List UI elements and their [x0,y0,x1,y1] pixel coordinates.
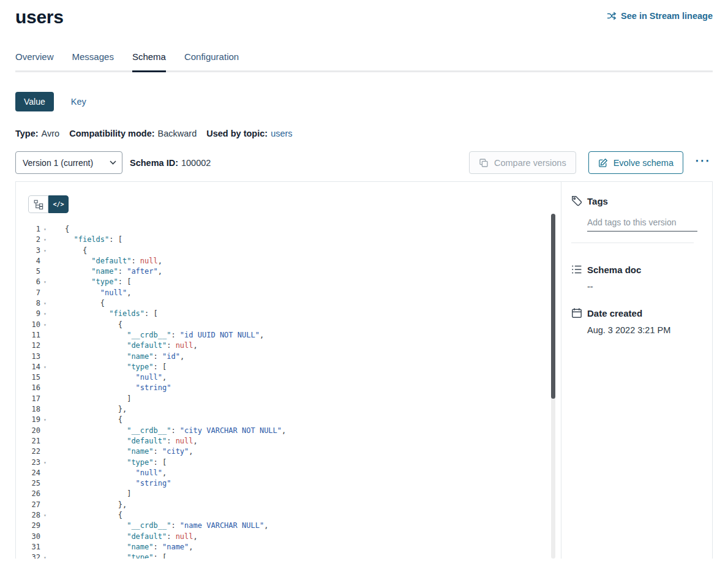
fold-spacer [40,352,50,362]
line-number: 4 [16,256,40,266]
code-text: "type": [ [50,362,167,372]
line-number: 12 [16,341,40,351]
code-text: { [50,224,69,235]
tags-input[interactable] [587,216,697,232]
fold-toggle-icon[interactable]: ▾ [40,415,50,425]
code-text: "default": null, [50,341,198,351]
code-line: 21 "default": null, [16,436,561,446]
topic-link[interactable]: users [271,129,292,138]
code-view-icon: </> [53,201,64,208]
type-label: Type: [15,129,39,138]
fold-toggle-icon[interactable]: ▾ [40,552,50,559]
line-number: 19 [16,415,40,425]
scrollbar-thumb[interactable] [551,214,555,399]
code-text: { [50,510,122,521]
key-toggle-link[interactable]: Key [71,97,86,107]
schema-id: Schema ID:100002 [130,158,211,168]
code-text: "default": null, [50,256,162,266]
code-text: "string" [50,383,171,393]
line-number: 13 [16,352,40,362]
fold-spacer [40,372,50,383]
code-text: "default": null, [50,532,198,542]
page-title: users [15,6,64,28]
fold-spacer [40,383,50,393]
compare-versions-button[interactable]: Compare versions [469,151,576,174]
stream-lineage-icon [607,11,617,21]
topic-label: Used by topic: [206,129,268,138]
tags-header: Tags [571,195,697,206]
tab-messages[interactable]: Messages [72,51,114,70]
code-text: }, [50,404,127,415]
code-text: }, [50,500,127,510]
code-line: 1▾{ [16,224,561,235]
line-number: 14 [16,362,40,372]
fold-toggle-icon[interactable]: ▾ [40,277,50,287]
fold-toggle-icon[interactable]: ▾ [40,298,50,309]
evolve-schema-button[interactable]: Evolve schema [588,151,683,174]
fold-toggle-icon[interactable]: ▾ [40,510,50,521]
tab-schema[interactable]: Schema [132,51,166,72]
code-line: 13 "name": "id", [16,352,561,362]
stream-lineage-link[interactable]: See in Stream lineage [607,11,713,21]
line-number: 15 [16,372,40,383]
code-line: 15 "null", [16,372,561,383]
fold-spacer [40,521,50,531]
code-text: { [50,298,105,309]
code-line: 31 "name": "name", [16,542,561,552]
value-toggle-button[interactable]: Value [15,92,54,111]
line-number: 1 [16,224,40,235]
code-view-button[interactable]: </> [48,195,69,213]
tags-section: Tags [571,195,697,243]
code-line: 23▾ "type": [ [16,457,561,468]
date-created-value: Aug. 3 2022 3:21 PM [587,325,697,335]
code-text: ] [50,489,131,499]
tab-configuration[interactable]: Configuration [184,51,239,70]
tab-overview[interactable]: Overview [15,51,54,70]
code-text: "type": [ [50,277,131,287]
compatibility-value: Backward [158,129,197,138]
date-created-header: Date created [571,307,697,318]
line-number: 2 [16,235,40,245]
code-line: 17 ] [16,394,561,404]
line-number: 30 [16,532,40,542]
code-text: { [50,415,122,425]
code-text: "fields": [ [50,309,158,319]
fold-spacer [40,394,50,404]
line-number: 24 [16,468,40,478]
fold-toggle-icon[interactable]: ▾ [40,362,50,372]
schema-sidebar: Tags Schema doc [561,182,712,559]
fold-toggle-icon[interactable]: ▾ [40,246,50,256]
schema-toolbar: Version 1 (current) Schema ID:100002 Com… [15,151,713,174]
line-number: 3 [16,246,40,256]
code-text: "__crdb__": "city VARCHAR NOT NULL", [50,426,286,436]
fold-spacer [40,288,50,298]
code-text: "name": "id", [50,352,184,362]
line-number: 18 [16,404,40,415]
code-text: "fields": [ [50,235,122,245]
calendar-icon [571,307,582,318]
code-line: 32▾ "type": [ [16,552,561,559]
line-number: 5 [16,266,40,277]
tree-view-button[interactable] [28,195,48,213]
fold-toggle-icon[interactable]: ▾ [40,235,50,245]
schema-page: users See in Stream lineage Overview Mes… [0,0,728,561]
date-created-title: Date created [587,308,642,318]
code-line: 5 "name": "after", [16,266,561,277]
fold-toggle-icon[interactable]: ▾ [40,320,50,330]
tree-view-icon [34,200,43,209]
code-line: 2▾ "fields": [ [16,235,561,245]
code-line: 24 "null", [16,468,561,478]
code-line: 26 ] [16,489,561,499]
line-number: 11 [16,330,40,341]
code-line: 7 "null", [16,288,561,298]
code-text: "type": [ [50,457,167,468]
fold-toggle-icon[interactable]: ▾ [40,309,50,319]
line-number: 27 [16,500,40,510]
fold-toggle-icon[interactable]: ▾ [40,457,50,468]
code-text: "__crdb__": "id UUID NOT NULL", [50,330,264,341]
version-select[interactable]: Version 1 (current) [15,151,122,174]
fold-toggle-icon[interactable]: ▾ [40,224,50,235]
more-actions-button[interactable]: ⋯ [692,154,713,171]
line-number: 16 [16,383,40,393]
schema-doc-title: Schema doc [587,265,641,275]
